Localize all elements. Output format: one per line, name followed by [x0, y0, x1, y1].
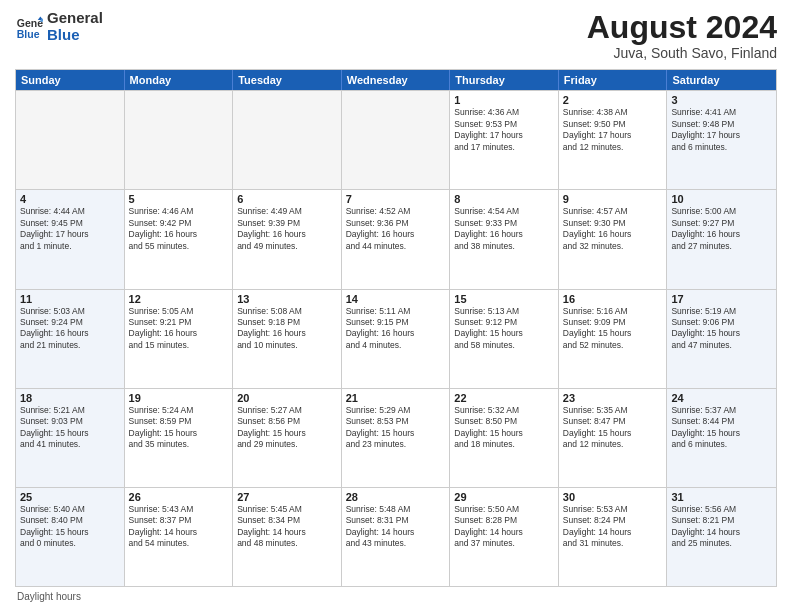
calendar-day: 14Sunrise: 5:11 AM Sunset: 9:15 PM Dayli… [342, 290, 451, 388]
calendar-day: 16Sunrise: 5:16 AM Sunset: 9:09 PM Dayli… [559, 290, 668, 388]
calendar-day: 19Sunrise: 5:24 AM Sunset: 8:59 PM Dayli… [125, 389, 234, 487]
day-info: Sunrise: 5:29 AM Sunset: 8:53 PM Dayligh… [346, 405, 446, 451]
calendar-day: 6Sunrise: 4:49 AM Sunset: 9:39 PM Daylig… [233, 190, 342, 288]
calendar-day: 11Sunrise: 5:03 AM Sunset: 9:24 PM Dayli… [16, 290, 125, 388]
day-info: Sunrise: 5:48 AM Sunset: 8:31 PM Dayligh… [346, 504, 446, 550]
day-info: Sunrise: 5:27 AM Sunset: 8:56 PM Dayligh… [237, 405, 337, 451]
day-info: Sunrise: 5:00 AM Sunset: 9:27 PM Dayligh… [671, 206, 772, 252]
day-info: Sunrise: 5:56 AM Sunset: 8:21 PM Dayligh… [671, 504, 772, 550]
day-number: 20 [237, 392, 337, 404]
header-saturday: Saturday [667, 70, 776, 90]
day-info: Sunrise: 5:50 AM Sunset: 8:28 PM Dayligh… [454, 504, 554, 550]
calendar-day: 10Sunrise: 5:00 AM Sunset: 9:27 PM Dayli… [667, 190, 776, 288]
day-number: 21 [346, 392, 446, 404]
day-info: Sunrise: 5:35 AM Sunset: 8:47 PM Dayligh… [563, 405, 663, 451]
day-number: 18 [20, 392, 120, 404]
day-number: 7 [346, 193, 446, 205]
footer-note: Daylight hours [15, 591, 777, 602]
calendar-day: 20Sunrise: 5:27 AM Sunset: 8:56 PM Dayli… [233, 389, 342, 487]
day-number: 13 [237, 293, 337, 305]
day-number: 12 [129, 293, 229, 305]
calendar-day: 5Sunrise: 4:46 AM Sunset: 9:42 PM Daylig… [125, 190, 234, 288]
calendar-day: 22Sunrise: 5:32 AM Sunset: 8:50 PM Dayli… [450, 389, 559, 487]
calendar-day: 31Sunrise: 5:56 AM Sunset: 8:21 PM Dayli… [667, 488, 776, 586]
day-number: 3 [671, 94, 772, 106]
day-number: 15 [454, 293, 554, 305]
day-number: 14 [346, 293, 446, 305]
calendar-week-3: 11Sunrise: 5:03 AM Sunset: 9:24 PM Dayli… [16, 289, 776, 388]
day-number: 16 [563, 293, 663, 305]
calendar-day: 3Sunrise: 4:41 AM Sunset: 9:48 PM Daylig… [667, 91, 776, 189]
day-number: 22 [454, 392, 554, 404]
header-tuesday: Tuesday [233, 70, 342, 90]
day-number: 31 [671, 491, 772, 503]
day-info: Sunrise: 5:13 AM Sunset: 9:12 PM Dayligh… [454, 306, 554, 352]
header-monday: Monday [125, 70, 234, 90]
day-info: Sunrise: 5:03 AM Sunset: 9:24 PM Dayligh… [20, 306, 120, 352]
day-number: 25 [20, 491, 120, 503]
day-number: 29 [454, 491, 554, 503]
day-number: 28 [346, 491, 446, 503]
day-number: 5 [129, 193, 229, 205]
day-number: 30 [563, 491, 663, 503]
day-info: Sunrise: 5:11 AM Sunset: 9:15 PM Dayligh… [346, 306, 446, 352]
day-number: 8 [454, 193, 554, 205]
page-title: August 2024 [587, 10, 777, 45]
calendar-day: 15Sunrise: 5:13 AM Sunset: 9:12 PM Dayli… [450, 290, 559, 388]
calendar-day: 7Sunrise: 4:52 AM Sunset: 9:36 PM Daylig… [342, 190, 451, 288]
header-sunday: Sunday [16, 70, 125, 90]
calendar-day: 9Sunrise: 4:57 AM Sunset: 9:30 PM Daylig… [559, 190, 668, 288]
calendar-day: 12Sunrise: 5:05 AM Sunset: 9:21 PM Dayli… [125, 290, 234, 388]
day-number: 24 [671, 392, 772, 404]
day-info: Sunrise: 5:45 AM Sunset: 8:34 PM Dayligh… [237, 504, 337, 550]
calendar-day: 21Sunrise: 5:29 AM Sunset: 8:53 PM Dayli… [342, 389, 451, 487]
day-info: Sunrise: 4:38 AM Sunset: 9:50 PM Dayligh… [563, 107, 663, 153]
logo-blue: Blue [47, 26, 80, 43]
calendar-day: 23Sunrise: 5:35 AM Sunset: 8:47 PM Dayli… [559, 389, 668, 487]
day-info: Sunrise: 5:21 AM Sunset: 9:03 PM Dayligh… [20, 405, 120, 451]
day-number: 26 [129, 491, 229, 503]
calendar-day: 25Sunrise: 5:40 AM Sunset: 8:40 PM Dayli… [16, 488, 125, 586]
day-info: Sunrise: 5:53 AM Sunset: 8:24 PM Dayligh… [563, 504, 663, 550]
day-info: Sunrise: 4:54 AM Sunset: 9:33 PM Dayligh… [454, 206, 554, 252]
day-info: Sunrise: 5:40 AM Sunset: 8:40 PM Dayligh… [20, 504, 120, 550]
calendar-day: 4Sunrise: 4:44 AM Sunset: 9:45 PM Daylig… [16, 190, 125, 288]
logo-icon: General Blue [15, 13, 43, 41]
logo-general: General [47, 9, 103, 26]
calendar-week-4: 18Sunrise: 5:21 AM Sunset: 9:03 PM Dayli… [16, 388, 776, 487]
calendar-day: 17Sunrise: 5:19 AM Sunset: 9:06 PM Dayli… [667, 290, 776, 388]
logo: General Blue General Blue [15, 10, 103, 43]
calendar-day: 26Sunrise: 5:43 AM Sunset: 8:37 PM Dayli… [125, 488, 234, 586]
day-info: Sunrise: 4:41 AM Sunset: 9:48 PM Dayligh… [671, 107, 772, 153]
day-number: 17 [671, 293, 772, 305]
day-info: Sunrise: 4:52 AM Sunset: 9:36 PM Dayligh… [346, 206, 446, 252]
day-info: Sunrise: 5:05 AM Sunset: 9:21 PM Dayligh… [129, 306, 229, 352]
day-number: 4 [20, 193, 120, 205]
title-block: August 2024 Juva, South Savo, Finland [587, 10, 777, 61]
calendar-day [125, 91, 234, 189]
day-info: Sunrise: 4:57 AM Sunset: 9:30 PM Dayligh… [563, 206, 663, 252]
day-info: Sunrise: 5:08 AM Sunset: 9:18 PM Dayligh… [237, 306, 337, 352]
calendar-day: 27Sunrise: 5:45 AM Sunset: 8:34 PM Dayli… [233, 488, 342, 586]
calendar-day [16, 91, 125, 189]
header-thursday: Thursday [450, 70, 559, 90]
day-info: Sunrise: 5:32 AM Sunset: 8:50 PM Dayligh… [454, 405, 554, 451]
page: General Blue General Blue August 2024 Ju… [0, 0, 792, 612]
day-number: 27 [237, 491, 337, 503]
header: General Blue General Blue August 2024 Ju… [15, 10, 777, 61]
svg-text:Blue: Blue [17, 27, 40, 39]
calendar-week-5: 25Sunrise: 5:40 AM Sunset: 8:40 PM Dayli… [16, 487, 776, 586]
day-number: 11 [20, 293, 120, 305]
page-subtitle: Juva, South Savo, Finland [587, 45, 777, 61]
day-number: 1 [454, 94, 554, 106]
day-info: Sunrise: 4:49 AM Sunset: 9:39 PM Dayligh… [237, 206, 337, 252]
day-info: Sunrise: 4:36 AM Sunset: 9:53 PM Dayligh… [454, 107, 554, 153]
day-number: 2 [563, 94, 663, 106]
day-info: Sunrise: 5:43 AM Sunset: 8:37 PM Dayligh… [129, 504, 229, 550]
calendar-day: 24Sunrise: 5:37 AM Sunset: 8:44 PM Dayli… [667, 389, 776, 487]
calendar-body: 1Sunrise: 4:36 AM Sunset: 9:53 PM Daylig… [16, 90, 776, 586]
header-friday: Friday [559, 70, 668, 90]
calendar-day: 8Sunrise: 4:54 AM Sunset: 9:33 PM Daylig… [450, 190, 559, 288]
day-info: Sunrise: 5:16 AM Sunset: 9:09 PM Dayligh… [563, 306, 663, 352]
calendar-day: 1Sunrise: 4:36 AM Sunset: 9:53 PM Daylig… [450, 91, 559, 189]
